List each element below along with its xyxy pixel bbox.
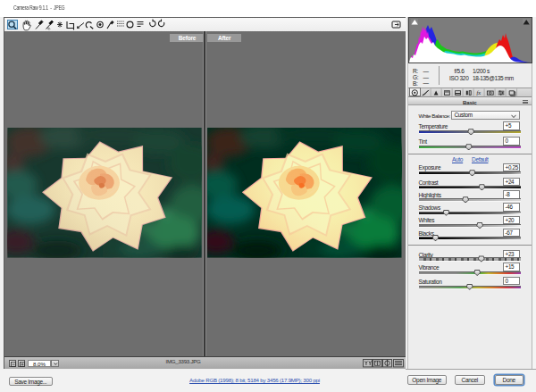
svg-text:fx: fx [476, 90, 481, 96]
